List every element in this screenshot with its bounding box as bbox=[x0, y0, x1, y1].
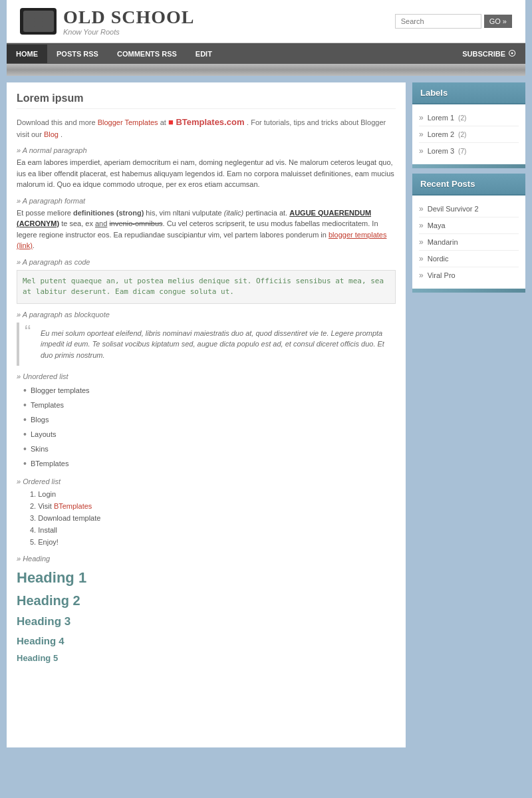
list-item: Blogs bbox=[23, 412, 396, 427]
site-tagline: Know Your Roots bbox=[63, 28, 194, 36]
strong-text: definitiones (strong) bbox=[73, 209, 144, 217]
btemplates-link[interactable]: BTemplates.com bbox=[176, 117, 244, 127]
logo-area: OLD SCHOOL Know Your Roots bbox=[20, 7, 194, 36]
normal-paragraph-text: Ea eam labores imperdiet, aperiam democr… bbox=[17, 157, 396, 190]
svg-rect-1 bbox=[26, 13, 31, 19]
italic-text: (italic) bbox=[224, 209, 243, 217]
blockquote-block: “ Eu mei solum oporteat eleifend, libris… bbox=[17, 323, 396, 366]
label-item[interactable]: Lorem 3 (7) bbox=[419, 143, 519, 159]
nav-left: HOME POSTS RSS COMMENTS RSS EDIT bbox=[7, 45, 221, 63]
recent-post-item[interactable]: Nordic bbox=[419, 251, 519, 267]
blogger-templates-link[interactable]: Blogger Templates bbox=[98, 118, 158, 126]
svg-rect-4 bbox=[26, 21, 31, 27]
paragraph-format-label: » A paragraph format bbox=[17, 197, 396, 205]
labels-widget-body: Lorem 1 (2) Lorem 2 (2) Lorem 3 (7) bbox=[412, 104, 525, 164]
label-item[interactable]: Lorem 1 (2) bbox=[419, 110, 519, 126]
recent-posts-widget: Recent Posts Devil Survivor 2 Maya Manda… bbox=[412, 174, 525, 293]
unordered-label: » Unordered list bbox=[17, 372, 396, 380]
unordered-list: Blogger templates Templates Blogs Layout… bbox=[17, 383, 396, 471]
labels-widget-header: Labels bbox=[412, 82, 525, 104]
svg-rect-6 bbox=[42, 21, 47, 27]
heading-label: » Heading bbox=[17, 555, 396, 563]
list-item: Templates bbox=[23, 398, 396, 412]
site-title-block: OLD SCHOOL Know Your Roots bbox=[63, 7, 194, 36]
site-title: OLD SCHOOL bbox=[63, 7, 194, 28]
intro-paragraph: Download this and more Blogger Templates… bbox=[17, 116, 396, 140]
recent-posts-widget-body: Devil Survivor 2 Maya Mandarin Nordic Vi… bbox=[412, 196, 525, 289]
labels-widget: Labels Lorem 1 (2) Lorem 2 (2) Lorem 3 (… bbox=[412, 82, 525, 168]
recent-post-item[interactable]: Viral Pro bbox=[419, 267, 519, 283]
widget-strip bbox=[412, 164, 525, 168]
list-item: 4. Install bbox=[30, 524, 396, 536]
widget-strip bbox=[412, 289, 525, 293]
ordered-list: 1. Login 2. Visit BTemplates 3. Download… bbox=[17, 488, 396, 548]
svg-rect-2 bbox=[34, 13, 39, 19]
recent-post-item[interactable]: Maya bbox=[419, 217, 519, 234]
paragraph-format-text: Et posse meliore definitiones (strong) h… bbox=[17, 207, 396, 251]
main-post-area: Lorem ipsum Download this and more Blogg… bbox=[7, 82, 406, 747]
b-icon: ■ bbox=[168, 117, 174, 127]
label-item[interactable]: Lorem 2 (2) bbox=[419, 126, 519, 143]
list-item: 1. Login bbox=[30, 488, 396, 500]
list-item: Layouts bbox=[23, 427, 396, 442]
recent-post-item[interactable]: Devil Survivor 2 bbox=[419, 201, 519, 217]
blockquote-label: » A paragraph as blockquote bbox=[17, 311, 396, 319]
nav-item-posts-rss[interactable]: POSTS RSS bbox=[47, 45, 108, 63]
list-item: 3. Download template bbox=[30, 512, 396, 524]
quote-icon: “ bbox=[25, 323, 31, 341]
list-item: Blogger templates bbox=[23, 383, 396, 398]
code-block: Mel putent quaeque an, ut postea melius … bbox=[17, 270, 396, 304]
btemplates-ordered-link[interactable]: BTemplates bbox=[54, 502, 92, 510]
underline-text: and bbox=[95, 219, 107, 227]
recent-posts-widget-header: Recent Posts bbox=[412, 174, 525, 196]
ordered-label: » Ordered list bbox=[17, 477, 396, 485]
heading-2: Heading 2 bbox=[17, 593, 396, 608]
nav-bar: HOME POSTS RSS COMMENTS RSS EDIT SUBSCRI… bbox=[7, 43, 525, 64]
subscribe-label: SUBSCRIBE bbox=[462, 50, 505, 58]
nav-item-edit[interactable]: EDIT bbox=[186, 45, 221, 63]
heading-4: Heading 4 bbox=[17, 635, 396, 646]
banner-image bbox=[7, 64, 525, 76]
blockquote-text: Eu mei solum oporteat eleifend, libris n… bbox=[27, 328, 388, 361]
list-item: 2. Visit BTemplates bbox=[30, 500, 396, 512]
search-area: GO » bbox=[395, 14, 512, 29]
sidebar: Labels Lorem 1 (2) Lorem 2 (2) Lorem 3 (… bbox=[412, 82, 525, 747]
heading-3: Heading 3 bbox=[17, 615, 396, 628]
recent-post-item[interactable]: Mandarin bbox=[419, 234, 519, 251]
normal-paragraph-label: » A normal paragraph bbox=[17, 146, 396, 154]
nav-item-comments-rss[interactable]: COMMENTS RSS bbox=[108, 45, 186, 63]
list-item: 5. Enjoy! bbox=[30, 536, 396, 548]
heading-1: Heading 1 bbox=[17, 569, 396, 587]
btemplates-brand: ■ BTemplates.com bbox=[168, 117, 247, 127]
post-title: Lorem ipsum bbox=[17, 92, 396, 109]
list-item: BTemplates bbox=[23, 456, 396, 471]
rss-icon: ☉ bbox=[508, 49, 516, 59]
subscribe-button[interactable]: SUBSCRIBE ☉ bbox=[453, 43, 525, 64]
svg-rect-3 bbox=[42, 13, 47, 19]
heading-5: Heading 5 bbox=[17, 653, 396, 663]
svg-rect-5 bbox=[34, 21, 39, 27]
search-button[interactable]: GO » bbox=[484, 15, 512, 28]
nav-item-home[interactable]: HOME bbox=[7, 45, 47, 63]
search-input[interactable] bbox=[395, 14, 481, 29]
list-item: Skins bbox=[23, 442, 396, 456]
blog-link[interactable]: Blog bbox=[44, 130, 59, 138]
code-label: » A paragraph as code bbox=[17, 258, 396, 266]
logo-icon bbox=[20, 8, 57, 35]
strikethrough-text: invenio-omnibus bbox=[109, 219, 162, 227]
